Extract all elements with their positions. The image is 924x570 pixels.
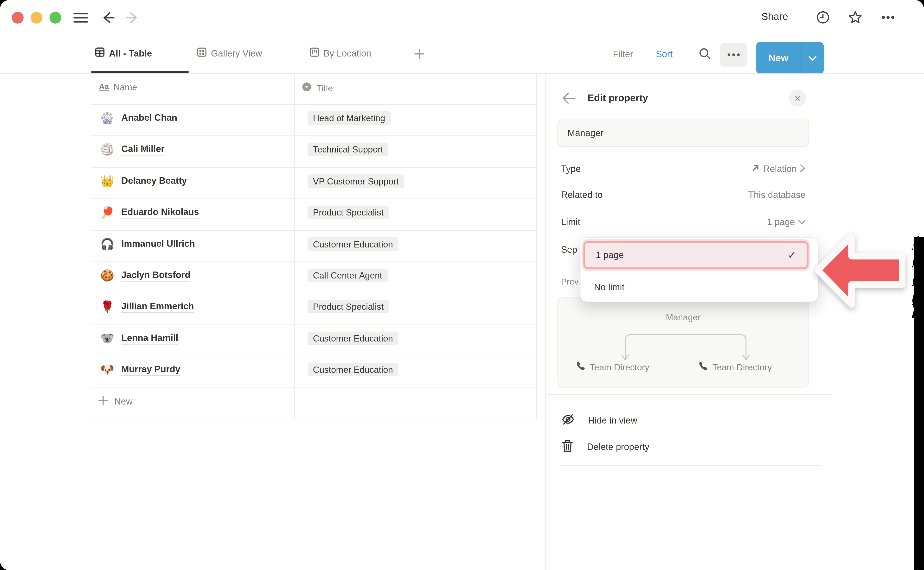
forward-arrow-icon[interactable]: [125, 11, 139, 25]
search-icon[interactable]: [698, 47, 711, 60]
plus-icon: [98, 395, 109, 408]
chevron-right-icon: [800, 164, 805, 175]
table-row[interactable]: 🌹Jillian Emmerich: [100, 300, 194, 313]
star-icon[interactable]: [848, 10, 863, 25]
row-emoji: 🏐: [100, 142, 114, 156]
table-row[interactable]: 🏓Eduardo Nikolaus: [100, 205, 199, 219]
table-row[interactable]: 🎡Anabel Chan: [100, 111, 177, 125]
filter-button[interactable]: Filter: [613, 49, 633, 60]
notion-window: Share All - Table Gallery View: [0, 0, 924, 570]
view-more-button[interactable]: [720, 43, 747, 67]
hide-in-view-button[interactable]: Hide in view: [561, 412, 637, 429]
page-link[interactable]: Jaclyn Botsford: [121, 270, 190, 281]
separate-label-fragment: Sep: [561, 244, 577, 255]
new-button-group: New: [756, 42, 824, 74]
table-row[interactable]: 🐶Murray Purdy: [100, 363, 180, 376]
dropdown-option-no-limit[interactable]: No limit: [594, 282, 625, 293]
dropdown-option-1-page[interactable]: 1 page ✓: [583, 241, 809, 270]
annotation-arrow-left-icon: [814, 231, 907, 311]
tab-all-table[interactable]: All - Table: [95, 47, 152, 60]
hamburger-icon[interactable]: [73, 11, 89, 24]
table-row[interactable]: 🎧Immanuel Ullrich: [100, 238, 195, 251]
screenshot-edge-noise: [912, 236, 919, 318]
active-tab-underline: [91, 71, 189, 73]
zoom-window-button[interactable]: [49, 12, 61, 24]
delete-property-button[interactable]: Delete property: [561, 439, 649, 455]
new-button-dropdown[interactable]: [801, 42, 824, 74]
tab-label: By Location: [324, 48, 371, 59]
page-link[interactable]: Anabel Chan: [121, 112, 177, 124]
page-link[interactable]: Cali Miller: [121, 143, 164, 155]
page-link[interactable]: Immanuel Ullrich: [121, 238, 195, 250]
title-cell[interactable]: Head of Marketing: [307, 111, 390, 125]
preview-child-item: Team Directory: [698, 361, 772, 373]
title-cell[interactable]: Customer Education: [307, 238, 398, 251]
panel-back-arrow-icon[interactable]: [561, 92, 575, 105]
phone-icon: [698, 361, 708, 373]
title-cell[interactable]: VP Customer Support: [307, 175, 404, 188]
clock-icon[interactable]: [815, 10, 830, 25]
tab-label: All - Table: [109, 48, 152, 59]
tab-gallery-view[interactable]: Gallery View: [197, 47, 262, 60]
page-link[interactable]: Eduardo Nikolaus: [121, 206, 199, 218]
add-view-plus-icon[interactable]: [414, 48, 425, 60]
minimize-window-button[interactable]: [31, 12, 42, 24]
chevron-down-icon: [809, 53, 817, 63]
preview-root-label: Manager: [558, 312, 809, 322]
table-view-icon: [95, 47, 105, 60]
check-icon: ✓: [788, 249, 796, 261]
table-row[interactable]: 🍪Jaclyn Botsford: [100, 269, 190, 282]
table-row[interactable]: 🏐Cali Miller: [100, 142, 164, 156]
chevron-down-icon: [798, 217, 806, 227]
property-name-input[interactable]: Manager: [557, 120, 809, 147]
eye-off-icon: [561, 412, 575, 429]
limit-dropdown-menu: 1 page ✓ No limit: [580, 238, 818, 301]
tab-by-location[interactable]: By Location: [309, 47, 371, 60]
title-cell[interactable]: Product Specialist: [307, 205, 389, 219]
title-cell[interactable]: Product Specialist: [307, 300, 389, 313]
column-header-name[interactable]: Aa Name: [99, 82, 137, 92]
share-button[interactable]: Share: [761, 11, 788, 23]
title-cell[interactable]: Technical Support: [307, 142, 388, 156]
property-row-related-to[interactable]: Related to This database: [561, 190, 805, 200]
row-emoji: 🐨: [100, 332, 114, 345]
row-emoji: 🏓: [100, 205, 114, 219]
row-emoji: 🐶: [100, 363, 114, 376]
row-emoji: 🎡: [100, 111, 114, 125]
tab-label: Gallery View: [211, 48, 262, 59]
back-arrow-icon[interactable]: [101, 11, 115, 25]
preview-label-fragment: Prev: [561, 277, 579, 286]
page-link[interactable]: Jillian Emmerich: [121, 300, 194, 313]
panel-title: Edit property: [588, 92, 648, 104]
table-row[interactable]: 🐨Lenna Hamill: [100, 332, 178, 345]
close-icon[interactable]: ✕: [789, 89, 806, 107]
sort-button[interactable]: Sort: [656, 49, 673, 60]
relation-preview-card: Manager Team Directory Team Directory: [557, 297, 809, 388]
table-row[interactable]: 👑Delaney Beatty: [100, 175, 187, 188]
property-row-type[interactable]: Type Relation: [561, 163, 805, 175]
preview-child-item: Team Directory: [576, 361, 649, 373]
board-view-icon: [309, 47, 319, 60]
window-more-icon[interactable]: [881, 10, 896, 25]
page-link[interactable]: Delaney Beatty: [121, 175, 187, 187]
phone-icon: [576, 361, 586, 373]
new-button[interactable]: New: [756, 42, 801, 74]
title-cell[interactable]: Call Center Agent: [307, 269, 387, 282]
title-cell[interactable]: Customer Education: [307, 363, 398, 376]
select-property-icon: [302, 82, 312, 93]
title-property-icon: Aa: [99, 83, 109, 91]
row-emoji: 🌹: [100, 300, 114, 313]
traffic-lights: [12, 12, 61, 24]
page-link[interactable]: Lenna Hamill: [121, 332, 178, 344]
title-cell[interactable]: Customer Education: [307, 332, 398, 345]
column-header-title[interactable]: Title: [302, 82, 333, 93]
property-row-limit[interactable]: Limit 1 page: [561, 217, 805, 227]
new-row-button[interactable]: New: [98, 395, 133, 408]
close-window-button[interactable]: [12, 12, 24, 24]
page-link[interactable]: Murray Purdy: [121, 364, 180, 375]
trash-icon: [561, 439, 574, 455]
relation-arrow-icon: [751, 163, 760, 175]
gallery-view-icon: [197, 47, 207, 60]
row-emoji: 👑: [100, 175, 114, 188]
row-emoji: 🎧: [100, 238, 114, 251]
